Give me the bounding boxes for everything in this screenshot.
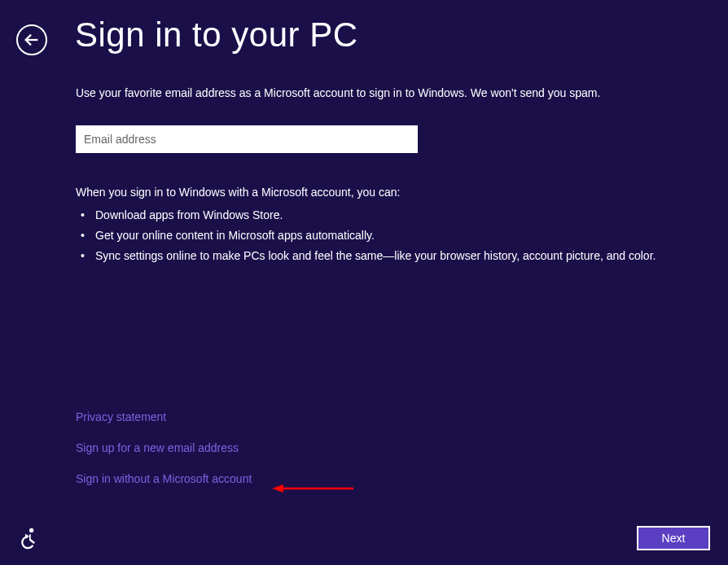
back-button[interactable] xyxy=(16,24,47,55)
benefit-item: Get your online content in Microsoft app… xyxy=(76,226,695,246)
description-text: Use your favorite email address as a Mic… xyxy=(76,86,695,99)
privacy-link[interactable]: Privacy statement xyxy=(76,410,252,423)
accessibility-icon xyxy=(18,527,41,550)
benefit-item: Sync settings online to make PCs look an… xyxy=(76,246,695,266)
benefit-item: Download apps from Windows Store. xyxy=(76,205,695,226)
arrow-left-icon xyxy=(23,31,41,49)
page-title: Sign in to your PC xyxy=(75,15,358,55)
svg-point-3 xyxy=(29,528,33,532)
annotation-arrow-icon xyxy=(272,484,353,493)
accessibility-button[interactable] xyxy=(18,527,41,550)
svg-marker-4 xyxy=(25,534,29,539)
local-account-link[interactable]: Sign in without a Microsoft account xyxy=(76,472,252,485)
email-input[interactable] xyxy=(76,125,418,153)
next-button[interactable]: Next xyxy=(637,526,710,550)
benefits-intro-text: When you sign in to Windows with a Micro… xyxy=(76,186,695,199)
signup-link[interactable]: Sign up for a new email address xyxy=(76,441,252,454)
svg-marker-2 xyxy=(272,484,283,493)
benefits-list: Download apps from Windows Store. Get yo… xyxy=(76,205,695,267)
